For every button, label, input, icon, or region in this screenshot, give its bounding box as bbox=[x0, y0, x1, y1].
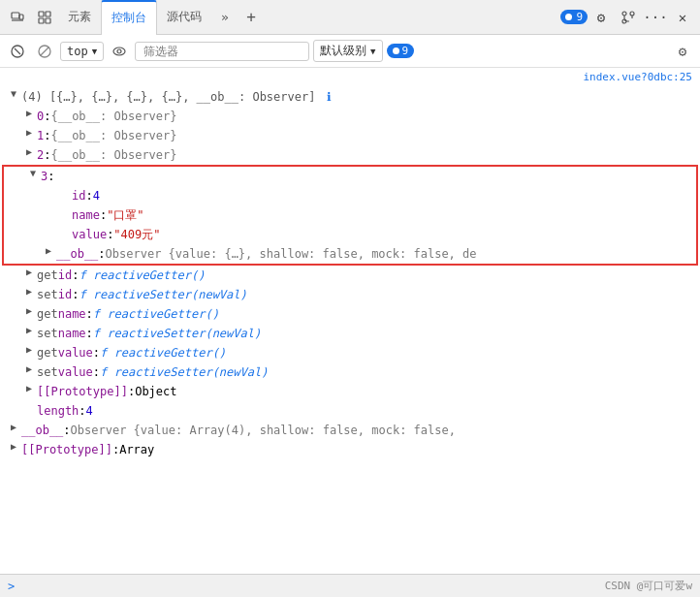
expand-icon[interactable] bbox=[23, 344, 35, 356]
no-expand-icon bbox=[58, 206, 70, 218]
svg-point-8 bbox=[630, 12, 634, 16]
tab-elements[interactable]: 元素 bbox=[58, 0, 101, 35]
list-item: [[Prototype]] : Object bbox=[0, 382, 700, 401]
svg-rect-1 bbox=[19, 15, 23, 19]
list-item: 0 : {__ob__: Observer} bbox=[0, 107, 700, 126]
more-tabs-icon[interactable]: » bbox=[211, 4, 239, 31]
expand-icon[interactable] bbox=[43, 245, 54, 257]
file-link-row: index.vue?0dbc:25 bbox=[0, 68, 700, 85]
expand-icon[interactable] bbox=[23, 286, 35, 298]
svg-rect-4 bbox=[46, 12, 50, 16]
list-item: (4) [{…}, {…}, {…}, {…}, __ob__: Observe… bbox=[0, 87, 700, 107]
expand-icon[interactable] bbox=[23, 108, 35, 119]
close-icon[interactable]: ✕ bbox=[669, 4, 696, 31]
log-count-badge[interactable]: 9 bbox=[387, 44, 415, 58]
clear-console-icon[interactable] bbox=[6, 40, 29, 63]
list-item: set id : f reactiveSetter(newVal) bbox=[0, 285, 700, 304]
expand-icon[interactable] bbox=[23, 325, 35, 336]
list-item: set value : f reactiveSetter(newVal) bbox=[0, 362, 700, 382]
list-item: __ob__ : Observer {value: {…}, shallow: … bbox=[4, 244, 696, 264]
expand-icon[interactable] bbox=[8, 441, 19, 453]
svg-rect-0 bbox=[12, 13, 19, 18]
log-level-selector[interactable]: 默认级别 ▼ bbox=[313, 40, 382, 62]
no-expand-icon bbox=[58, 187, 70, 199]
filter-input[interactable] bbox=[135, 42, 309, 61]
watermark: CSDN @可口可爱w bbox=[605, 579, 692, 593]
console-settings-icon[interactable]: ⚙ bbox=[671, 40, 694, 63]
info-icon[interactable]: ℹ bbox=[327, 90, 332, 104]
list-item: name : "口罩" bbox=[4, 205, 696, 225]
file-link[interactable]: index.vue?0dbc:25 bbox=[583, 71, 692, 83]
svg-line-12 bbox=[15, 48, 20, 54]
tab-sources[interactable]: 源代码 bbox=[157, 0, 211, 35]
list-item: 1 : {__ob__: Observer} bbox=[0, 126, 700, 145]
branch-icon[interactable] bbox=[615, 4, 642, 31]
list-item: id : 4 bbox=[4, 186, 696, 205]
highlight-block: 3 : id : 4 name : "口罩" value : "409元" __… bbox=[2, 165, 698, 266]
svg-point-7 bbox=[622, 12, 626, 16]
expand-icon[interactable] bbox=[8, 422, 19, 433]
tab-console[interactable]: 控制台 bbox=[101, 0, 157, 35]
list-item: [[Prototype]] : Array bbox=[0, 440, 700, 459]
settings-icon[interactable]: ⚙ bbox=[588, 4, 615, 31]
console-toolbar: top ▼ 默认级别 ▼ 9 ⚙ bbox=[0, 35, 700, 68]
eye-icon[interactable] bbox=[108, 40, 131, 63]
expand-icon[interactable] bbox=[23, 383, 35, 394]
list-item: length : 4 bbox=[0, 401, 700, 421]
list-item: 3 : bbox=[4, 167, 696, 186]
list-item: get value : f reactiveGetter() bbox=[0, 343, 700, 362]
list-item: get id : f reactiveGetter() bbox=[0, 266, 700, 285]
expand-icon[interactable] bbox=[23, 363, 35, 375]
list-item: 2 : {__ob__: Observer} bbox=[0, 145, 700, 165]
expand-icon[interactable] bbox=[23, 146, 35, 158]
device-toggle-icon[interactable] bbox=[4, 4, 31, 31]
expand-icon[interactable] bbox=[27, 168, 39, 179]
expand-icon[interactable] bbox=[8, 88, 19, 100]
svg-rect-6 bbox=[46, 18, 50, 23]
svg-rect-3 bbox=[39, 12, 44, 16]
expand-icon[interactable] bbox=[23, 305, 35, 317]
svg-point-15 bbox=[113, 47, 125, 55]
svg-point-16 bbox=[117, 49, 121, 53]
add-tab-button[interactable]: + bbox=[239, 5, 264, 30]
main-toolbar: 元素 控制台 源代码 » + 9 ⚙ ··· ✕ bbox=[0, 0, 700, 35]
list-item: __ob__ : Observer {value: Array(4), shal… bbox=[0, 421, 700, 440]
svg-rect-5 bbox=[39, 18, 44, 23]
console-output: (4) [{…}, {…}, {…}, {…}, __ob__: Observe… bbox=[0, 85, 700, 574]
badge-dot2 bbox=[393, 47, 399, 54]
message-badge[interactable]: 9 bbox=[560, 10, 588, 24]
ban-icon[interactable] bbox=[33, 40, 56, 63]
context-selector[interactable]: top ▼ bbox=[60, 42, 104, 61]
expand-icon[interactable] bbox=[23, 127, 35, 139]
console-prompt[interactable]: > bbox=[8, 580, 15, 593]
svg-line-14 bbox=[41, 47, 49, 55]
expand-icon[interactable] bbox=[23, 267, 35, 278]
bottom-bar: > CSDN @可口可爱w bbox=[0, 574, 700, 597]
no-expand-icon bbox=[58, 226, 70, 237]
list-item: set name : f reactiveSetter(newVal) bbox=[0, 324, 700, 343]
list-item: value : "409元" bbox=[4, 225, 696, 244]
badge-dot bbox=[565, 14, 572, 20]
list-item: get name : f reactiveGetter() bbox=[0, 304, 700, 324]
overflow-menu-icon[interactable]: ··· bbox=[642, 4, 669, 31]
no-expand-icon bbox=[23, 402, 35, 414]
inspect-icon[interactable] bbox=[31, 4, 58, 31]
